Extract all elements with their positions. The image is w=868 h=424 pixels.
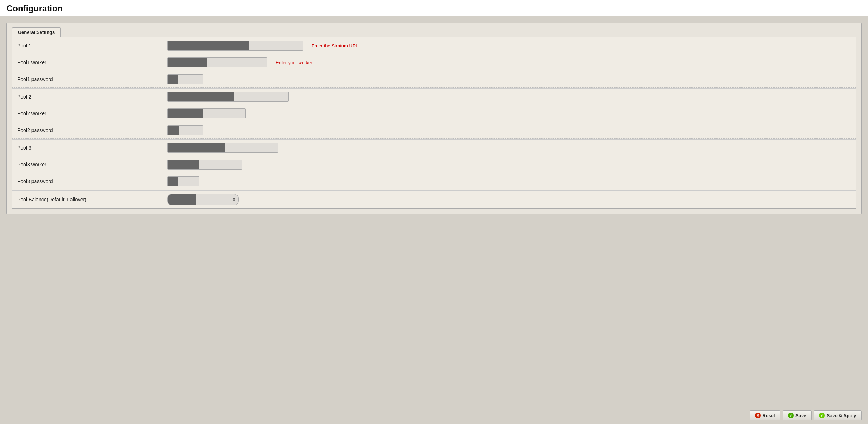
input-wrap-pool2password	[167, 125, 203, 135]
reset-icon: ✕	[755, 413, 761, 418]
page-wrapper: Configuration General Settings Pool 1 En…	[0, 0, 868, 424]
input-pool3[interactable]	[167, 143, 278, 153]
label-pool2password: Pool2 password	[17, 127, 167, 133]
input-pool2password[interactable]	[167, 125, 203, 135]
row-pool3password: Pool3 password	[12, 173, 856, 190]
input-wrap-pool3worker	[167, 160, 242, 170]
input-pool3password[interactable]	[167, 176, 199, 186]
row-pool1: Pool 1 Enter the Stratum URL	[12, 37, 856, 54]
row-pool2password: Pool2 password	[12, 122, 856, 139]
page-header: Configuration	[0, 0, 868, 16]
row-pool2: Pool 2	[12, 88, 856, 105]
input-pool2[interactable]	[167, 92, 289, 102]
input-pool1[interactable]	[167, 41, 303, 51]
tab-general-settings[interactable]: General Settings	[12, 27, 61, 37]
label-pool-balance: Pool Balance(Default: Failover)	[17, 197, 167, 202]
tab-bar: General Settings	[12, 27, 856, 37]
label-pool2worker: Pool2 worker	[17, 111, 167, 116]
row-pool-balance: Pool Balance(Default: Failover) Failover…	[12, 190, 856, 208]
input-pool1worker[interactable]	[167, 57, 267, 67]
row-pool3worker: Pool3 worker	[12, 156, 856, 173]
row-pool3: Pool 3	[12, 139, 856, 156]
label-pool1: Pool 1	[17, 43, 167, 49]
content-area: General Settings Pool 1 Enter the Stratu…	[0, 16, 868, 407]
save-icon: ✓	[788, 413, 794, 418]
page-title: Configuration	[6, 4, 862, 14]
label-pool3: Pool 3	[17, 145, 167, 151]
input-pool1password[interactable]	[167, 74, 203, 84]
input-wrap-pool3password	[167, 176, 199, 186]
label-pool1worker: Pool1 worker	[17, 60, 167, 65]
footer-bar: ✕ Reset ✓ Save ✓ Save & Apply	[0, 407, 868, 424]
row-pool1worker: Pool1 worker Enter your worker	[12, 54, 856, 71]
label-pool3worker: Pool3 worker	[17, 162, 167, 167]
config-panel: General Settings Pool 1 Enter the Stratu…	[6, 23, 862, 214]
save-apply-icon: ✓	[819, 413, 825, 418]
reset-label: Reset	[763, 413, 775, 418]
label-pool3password: Pool3 password	[17, 178, 167, 184]
input-wrap-pool1password	[167, 74, 203, 84]
save-apply-label: Save & Apply	[827, 413, 856, 418]
input-wrap-pool-balance: Failover Round Robin Load Balance	[167, 194, 239, 205]
reset-button[interactable]: ✕ Reset	[750, 410, 780, 420]
input-wrap-pool1worker: Enter your worker	[167, 57, 313, 67]
hint-pool1: Enter the Stratum URL	[311, 43, 359, 49]
select-pool-balance[interactable]: Failover Round Robin Load Balance	[167, 194, 239, 205]
select-wrapper-pool-balance: Failover Round Robin Load Balance	[167, 194, 239, 205]
input-wrap-pool1: Enter the Stratum URL	[167, 41, 359, 51]
input-pool2worker[interactable]	[167, 108, 246, 118]
input-wrap-pool2worker	[167, 108, 246, 118]
save-apply-button[interactable]: ✓ Save & Apply	[814, 410, 862, 420]
tab-content: Pool 1 Enter the Stratum URL Pool1 worke…	[12, 37, 856, 209]
hint-pool1worker: Enter your worker	[276, 60, 313, 65]
input-pool3worker[interactable]	[167, 160, 242, 170]
label-pool2: Pool 2	[17, 94, 167, 100]
row-pool1password: Pool1 password	[12, 71, 856, 88]
input-wrap-pool3	[167, 143, 278, 153]
label-pool1password: Pool1 password	[17, 76, 167, 82]
input-wrap-pool2	[167, 92, 289, 102]
row-pool2worker: Pool2 worker	[12, 105, 856, 122]
save-button[interactable]: ✓ Save	[783, 410, 812, 420]
save-label: Save	[795, 413, 806, 418]
